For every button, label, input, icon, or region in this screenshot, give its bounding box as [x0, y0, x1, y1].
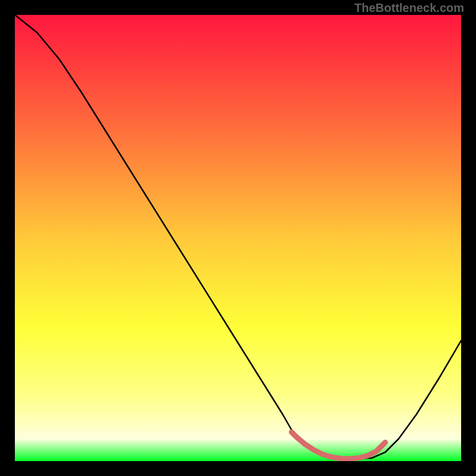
gradient-background [15, 15, 461, 461]
watermark: TheBottleneck.com [355, 1, 464, 15]
chart-svg [15, 15, 461, 461]
chart-container: TheBottleneck.com [0, 0, 476, 476]
plot-area [15, 15, 461, 461]
